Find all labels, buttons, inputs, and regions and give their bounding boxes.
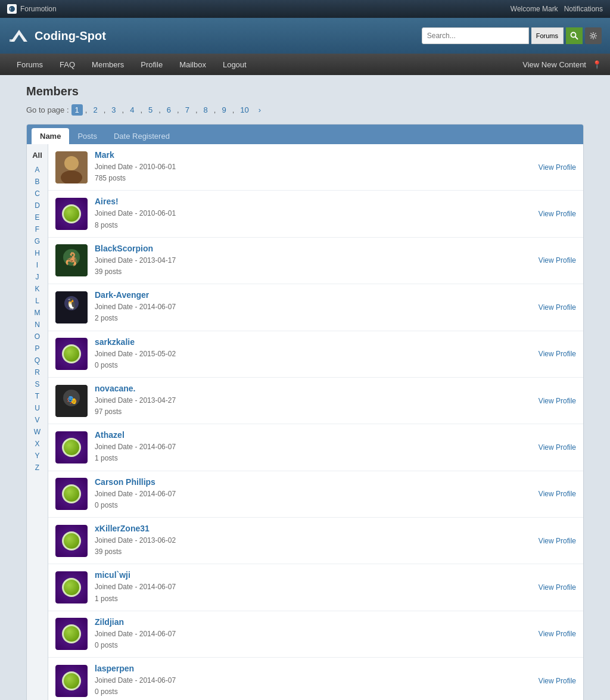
page-9[interactable]: 9	[218, 104, 229, 116]
search-icon	[570, 32, 578, 40]
page-6[interactable]: 6	[163, 104, 175, 116]
nav-item-members[interactable]: Members	[83, 54, 132, 75]
page-4[interactable]: 4	[126, 104, 138, 116]
nav-item-forums[interactable]: Forums	[8, 54, 51, 75]
alpha-q[interactable]: Q	[27, 354, 48, 366]
page-2[interactable]: 2	[89, 104, 101, 116]
view-profile-link[interactable]: View Profile	[539, 303, 576, 312]
site-name: Coding-Spot	[35, 29, 106, 43]
member-posts: 1 posts	[95, 593, 539, 605]
settings-button[interactable]	[585, 27, 602, 44]
tab-posts[interactable]: Posts	[69, 128, 105, 144]
svg-point-8	[64, 156, 79, 170]
alpha-j[interactable]: J	[27, 271, 48, 283]
page-5[interactable]: 5	[145, 104, 156, 116]
alpha-h[interactable]: H	[27, 247, 48, 259]
alpha-n[interactable]: N	[27, 319, 48, 331]
main-content: Members Go to page : 1 , 2, 3, 4, 5, 6, …	[19, 85, 591, 700]
notifications-link[interactable]: Notifications	[564, 5, 603, 13]
member-info: xKillerZone31 Joined Date - 2013-06-02 3…	[95, 524, 539, 558]
top-bar-right: Welcome Mark Notifications	[511, 5, 603, 13]
alpha-d[interactable]: D	[27, 200, 48, 211]
search-input[interactable]	[422, 27, 529, 44]
table-row: 🦂 BlackScorpion Joined Date - 2013-04-17…	[48, 238, 583, 284]
site-header: Coding-Spot Forums	[0, 18, 610, 54]
nav-item-faq[interactable]: FAQ	[51, 54, 83, 75]
alpha-g[interactable]: G	[27, 235, 48, 247]
nav-item-logout[interactable]: Logout	[214, 54, 255, 75]
alpha-all[interactable]: All	[27, 149, 48, 161]
alpha-a[interactable]: A	[27, 164, 48, 176]
alpha-z[interactable]: Z	[27, 462, 48, 474]
page-8[interactable]: 8	[200, 104, 211, 116]
member-list: Mark Joined Date - 2010-06-01 785 posts …	[48, 144, 583, 700]
alpha-k[interactable]: K	[27, 283, 48, 295]
alpha-u[interactable]: U	[27, 402, 48, 414]
view-profile-link[interactable]: View Profile	[539, 210, 576, 218]
page-10[interactable]: 10	[236, 104, 252, 116]
view-new-content-link[interactable]: View New Content	[522, 60, 586, 69]
nav-right[interactable]: View New Content 📍	[522, 60, 602, 69]
alpha-e[interactable]: E	[27, 211, 48, 223]
table-row: xKillerZone31 Joined Date - 2013-06-02 3…	[48, 518, 583, 564]
alpha-i[interactable]: I	[27, 259, 48, 271]
svg-rect-3	[10, 39, 13, 42]
view-profile-link[interactable]: View Profile	[539, 677, 576, 685]
member-joined: Joined Date - 2014-06-07	[95, 675, 539, 686]
view-profile-link[interactable]: View Profile	[539, 630, 576, 638]
member-joined: Joined Date - 2013-06-02	[95, 535, 539, 546]
member-name: Athazel	[95, 430, 539, 440]
alpha-s[interactable]: S	[27, 378, 48, 390]
member-name: Mark	[95, 150, 539, 160]
view-profile-link[interactable]: View Profile	[539, 443, 576, 452]
view-profile-link[interactable]: View Profile	[539, 350, 576, 358]
member-joined: Joined Date - 2010-06-01	[95, 161, 539, 173]
alpha-v[interactable]: V	[27, 414, 48, 426]
alpha-p[interactable]: P	[27, 343, 48, 354]
member-info: Mark Joined Date - 2010-06-01 785 posts	[95, 150, 539, 184]
member-info: sarkzkalie Joined Date - 2015-05-02 0 po…	[95, 337, 539, 371]
view-profile-link[interactable]: View Profile	[539, 583, 576, 592]
member-posts: 0 posts	[95, 640, 539, 651]
view-profile-link[interactable]: View Profile	[539, 537, 576, 545]
svg-marker-2	[11, 30, 27, 42]
gear-icon	[589, 32, 597, 40]
table-row: 🎭 novacane. Joined Date - 2013-04-27 97 …	[48, 378, 583, 424]
search-go-button[interactable]	[566, 27, 583, 44]
alpha-m[interactable]: M	[27, 307, 48, 319]
tab-date-registered[interactable]: Date Registered	[105, 128, 178, 144]
pagination-next[interactable]: ›	[255, 104, 264, 116]
view-profile-link[interactable]: View Profile	[539, 163, 576, 172]
nav-item-profile[interactable]: Profile	[132, 54, 171, 75]
alpha-r[interactable]: R	[27, 366, 48, 378]
alpha-b[interactable]: B	[27, 176, 48, 188]
avatar	[55, 525, 88, 557]
top-bar: f Forumotion Welcome Mark Notifications	[0, 0, 610, 18]
alpha-o[interactable]: O	[27, 331, 48, 343]
alpha-w[interactable]: W	[27, 426, 48, 438]
alpha-t[interactable]: T	[27, 390, 48, 402]
alpha-c[interactable]: C	[27, 188, 48, 200]
member-info: Dark-Avenger Joined Date - 2014-06-07 2 …	[95, 290, 539, 324]
avatar	[55, 198, 88, 230]
nav-bar: Forums FAQ Members Profile Mailbox Logou…	[0, 54, 610, 75]
member-name: Zildjian	[95, 617, 539, 627]
page-3[interactable]: 3	[108, 104, 119, 116]
view-profile-link[interactable]: View Profile	[539, 256, 576, 265]
member-name: Dark-Avenger	[95, 290, 539, 300]
alpha-x[interactable]: X	[27, 438, 48, 450]
tab-name[interactable]: Name	[32, 128, 69, 144]
view-profile-link[interactable]: View Profile	[539, 397, 576, 405]
search-forums-button[interactable]: Forums	[531, 27, 564, 44]
nav-item-mailbox[interactable]: Mailbox	[171, 54, 214, 75]
svg-point-6	[592, 35, 595, 38]
member-name: Carson Phillips	[95, 477, 539, 487]
view-profile-link[interactable]: View Profile	[539, 490, 576, 498]
avatar	[55, 618, 88, 650]
member-posts: 785 posts	[95, 173, 539, 184]
page-7[interactable]: 7	[182, 104, 193, 116]
alpha-y[interactable]: Y	[27, 450, 48, 462]
alpha-l[interactable]: L	[27, 295, 48, 307]
page-1[interactable]: 1	[71, 104, 83, 116]
alpha-f[interactable]: F	[27, 223, 48, 235]
